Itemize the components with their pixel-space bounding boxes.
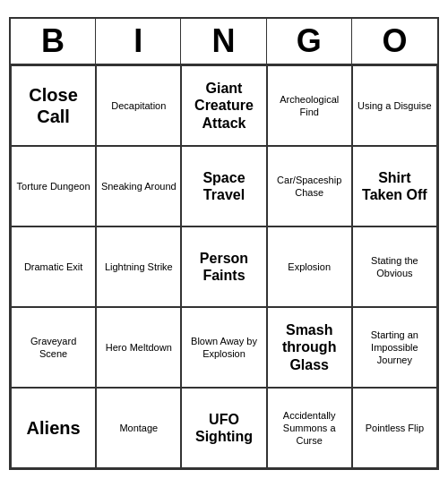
bingo-cell: Accidentally Summons a Curse bbox=[267, 388, 352, 468]
bingo-cell: Montage bbox=[96, 388, 181, 468]
bingo-cell: Person Faints bbox=[181, 226, 266, 307]
header-letter: G bbox=[267, 19, 352, 64]
cell-label: Decapitation bbox=[111, 99, 166, 112]
bingo-cell: Starting an Impossible Journey bbox=[352, 307, 437, 388]
cell-label: Person Faints bbox=[185, 250, 262, 284]
cell-label: Hero Meltdown bbox=[106, 341, 172, 354]
bingo-cell: Pointless Flip bbox=[352, 388, 437, 468]
cell-label: Close Call bbox=[15, 84, 91, 127]
bingo-cell: Giant Creature Attack bbox=[181, 65, 266, 146]
bingo-cell: Decapitation bbox=[96, 65, 181, 146]
bingo-cell: Blown Away by Explosion bbox=[181, 307, 266, 388]
bingo-cell: Hero Meltdown bbox=[96, 307, 181, 388]
bingo-cell: Torture Dungeon bbox=[11, 146, 96, 226]
cell-label: Sneaking Around bbox=[101, 180, 177, 192]
cell-label: Explosion bbox=[288, 261, 331, 273]
cell-label: Archeological Find bbox=[271, 93, 348, 119]
bingo-cell: Lightning Strike bbox=[96, 226, 181, 307]
bingo-cell: Explosion bbox=[267, 226, 352, 307]
cell-label: Shirt Taken Off bbox=[357, 169, 433, 203]
bingo-cell: Dramatic Exit bbox=[11, 226, 96, 307]
bingo-cell: Sneaking Around bbox=[96, 146, 181, 226]
cell-label: Blown Away by Explosion bbox=[185, 335, 262, 361]
bingo-cell: Smash through Glass bbox=[267, 307, 352, 388]
bingo-header: BINGO bbox=[11, 19, 437, 65]
bingo-cell: Space Travel bbox=[181, 146, 266, 226]
bingo-cell: UFO Sighting bbox=[181, 388, 266, 468]
cell-label: Starting an Impossible Journey bbox=[357, 329, 433, 367]
bingo-cell: Shirt Taken Off bbox=[352, 146, 437, 226]
cell-label: Graveyard Scene bbox=[15, 335, 91, 361]
header-letter: I bbox=[96, 19, 181, 64]
bingo-grid: Close CallDecapitationGiant Creature Att… bbox=[11, 65, 437, 468]
cell-label: UFO Sighting bbox=[185, 411, 262, 445]
header-letter: O bbox=[352, 19, 437, 64]
header-letter: N bbox=[181, 19, 266, 64]
bingo-cell: Archeological Find bbox=[267, 65, 352, 146]
bingo-card: BINGO Close CallDecapitationGiant Creatu… bbox=[9, 17, 439, 470]
cell-label: Stating the Obvious bbox=[357, 254, 433, 280]
cell-label: Giant Creature Attack bbox=[185, 80, 262, 132]
bingo-cell: Graveyard Scene bbox=[11, 307, 96, 388]
bingo-cell: Close Call bbox=[11, 65, 96, 146]
cell-label: Torture Dungeon bbox=[17, 180, 90, 192]
bingo-cell: Stating the Obvious bbox=[352, 226, 437, 307]
bingo-cell: Using a Disguise bbox=[352, 65, 437, 146]
cell-label: Space Travel bbox=[185, 169, 262, 203]
cell-label: Lightning Strike bbox=[105, 261, 173, 273]
cell-label: Dramatic Exit bbox=[24, 261, 82, 273]
cell-label: Car/Spaceship Chase bbox=[271, 174, 348, 200]
bingo-cell: Aliens bbox=[11, 388, 96, 468]
cell-label: Accidentally Summons a Curse bbox=[271, 409, 348, 448]
cell-label: Using a Disguise bbox=[358, 99, 432, 112]
header-letter: B bbox=[11, 19, 96, 64]
cell-label: Pointless Flip bbox=[366, 422, 424, 434]
bingo-cell: Car/Spaceship Chase bbox=[267, 146, 352, 226]
cell-label: Montage bbox=[119, 422, 158, 434]
cell-label: Smash through Glass bbox=[271, 321, 348, 373]
cell-label: Aliens bbox=[27, 417, 81, 439]
